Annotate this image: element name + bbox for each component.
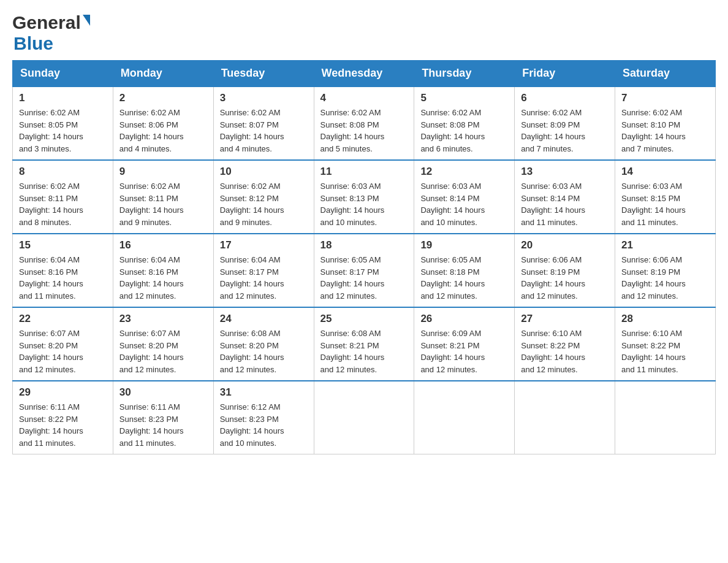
day-number: 22 — [19, 313, 107, 325]
day-number: 21 — [621, 239, 709, 251]
day-info: Sunrise: 6:05 AM Sunset: 8:17 PM Dayligh… — [320, 254, 408, 302]
header-friday: Friday — [515, 61, 615, 87]
day-info: Sunrise: 6:02 AM Sunset: 8:11 PM Dayligh… — [119, 180, 207, 228]
day-info: Sunrise: 6:03 AM Sunset: 8:14 PM Dayligh… — [521, 180, 609, 228]
day-info: Sunrise: 6:04 AM Sunset: 8:17 PM Dayligh… — [220, 254, 308, 302]
day-info: Sunrise: 6:06 AM Sunset: 8:19 PM Dayligh… — [521, 254, 609, 302]
day-info: Sunrise: 6:08 AM Sunset: 8:20 PM Dayligh… — [220, 327, 308, 375]
day-cell-6: 6 Sunrise: 6:02 AM Sunset: 8:09 PM Dayli… — [515, 86, 615, 160]
logo: General Blue — [12, 12, 90, 54]
page-header: General Blue — [12, 12, 716, 54]
day-cell-15: 15 Sunrise: 6:04 AM Sunset: 8:16 PM Dayl… — [13, 234, 113, 307]
day-info: Sunrise: 6:11 AM Sunset: 8:22 PM Dayligh… — [19, 401, 107, 449]
day-cell-26: 26 Sunrise: 6:09 AM Sunset: 8:21 PM Dayl… — [414, 307, 515, 381]
day-cell-16: 16 Sunrise: 6:04 AM Sunset: 8:16 PM Dayl… — [113, 234, 213, 307]
day-number: 3 — [220, 92, 308, 104]
day-cell-4: 4 Sunrise: 6:02 AM Sunset: 8:08 PM Dayli… — [314, 86, 414, 160]
day-number: 12 — [420, 166, 508, 178]
day-number: 7 — [621, 92, 709, 104]
day-number: 11 — [320, 166, 408, 178]
day-cell-7: 7 Sunrise: 6:02 AM Sunset: 8:10 PM Dayli… — [615, 86, 716, 160]
day-info: Sunrise: 6:02 AM Sunset: 8:05 PM Dayligh… — [19, 107, 107, 155]
day-info: Sunrise: 6:02 AM Sunset: 8:06 PM Dayligh… — [119, 107, 207, 155]
day-cell-31: 31 Sunrise: 6:12 AM Sunset: 8:23 PM Dayl… — [213, 381, 314, 454]
day-info: Sunrise: 6:03 AM Sunset: 8:13 PM Dayligh… — [320, 180, 408, 228]
day-cell-23: 23 Sunrise: 6:07 AM Sunset: 8:20 PM Dayl… — [113, 307, 213, 381]
day-number: 23 — [119, 313, 207, 325]
day-info: Sunrise: 6:05 AM Sunset: 8:18 PM Dayligh… — [420, 254, 508, 302]
day-cell-30: 30 Sunrise: 6:11 AM Sunset: 8:23 PM Dayl… — [113, 381, 213, 454]
day-info: Sunrise: 6:02 AM Sunset: 8:08 PM Dayligh… — [420, 107, 508, 155]
day-number: 4 — [320, 92, 408, 104]
day-number: 24 — [220, 313, 308, 325]
day-cell-20: 20 Sunrise: 6:06 AM Sunset: 8:19 PM Dayl… — [515, 234, 615, 307]
day-cell-10: 10 Sunrise: 6:02 AM Sunset: 8:12 PM Dayl… — [213, 160, 314, 234]
day-cell-24: 24 Sunrise: 6:08 AM Sunset: 8:20 PM Dayl… — [213, 307, 314, 381]
day-number: 31 — [220, 386, 308, 399]
empty-cell-4-6 — [615, 381, 716, 454]
day-info: Sunrise: 6:06 AM Sunset: 8:19 PM Dayligh… — [621, 254, 709, 302]
day-cell-29: 29 Sunrise: 6:11 AM Sunset: 8:22 PM Dayl… — [13, 381, 113, 454]
day-number: 17 — [220, 239, 308, 251]
empty-cell-4-5 — [515, 381, 615, 454]
day-number: 19 — [420, 239, 508, 251]
day-number: 15 — [19, 239, 107, 251]
logo-triangle-icon — [83, 15, 90, 26]
day-number: 14 — [621, 166, 709, 178]
weekday-header-row: SundayMondayTuesdayWednesdayThursdayFrid… — [13, 61, 716, 87]
day-number: 16 — [119, 239, 207, 251]
calendar-table: SundayMondayTuesdayWednesdayThursdayFrid… — [12, 60, 716, 454]
logo-general-text: General — [12, 12, 81, 33]
day-info: Sunrise: 6:02 AM Sunset: 8:08 PM Dayligh… — [320, 107, 408, 155]
day-info: Sunrise: 6:02 AM Sunset: 8:10 PM Dayligh… — [621, 107, 709, 155]
week-row-5: 29 Sunrise: 6:11 AM Sunset: 8:22 PM Dayl… — [13, 381, 716, 454]
header-wednesday: Wednesday — [314, 61, 414, 87]
day-number: 28 — [621, 313, 709, 325]
day-cell-9: 9 Sunrise: 6:02 AM Sunset: 8:11 PM Dayli… — [113, 160, 213, 234]
logo-blue-text: Blue — [13, 33, 53, 54]
day-number: 25 — [320, 313, 408, 325]
day-info: Sunrise: 6:03 AM Sunset: 8:14 PM Dayligh… — [420, 180, 508, 228]
week-row-1: 1 Sunrise: 6:02 AM Sunset: 8:05 PM Dayli… — [13, 86, 716, 160]
day-info: Sunrise: 6:07 AM Sunset: 8:20 PM Dayligh… — [19, 327, 107, 375]
day-info: Sunrise: 6:08 AM Sunset: 8:21 PM Dayligh… — [320, 327, 408, 375]
day-number: 20 — [521, 239, 609, 251]
day-info: Sunrise: 6:07 AM Sunset: 8:20 PM Dayligh… — [119, 327, 207, 375]
day-number: 8 — [19, 166, 107, 178]
day-cell-22: 22 Sunrise: 6:07 AM Sunset: 8:20 PM Dayl… — [13, 307, 113, 381]
day-number: 5 — [420, 92, 508, 104]
day-cell-19: 19 Sunrise: 6:05 AM Sunset: 8:18 PM Dayl… — [414, 234, 515, 307]
day-cell-14: 14 Sunrise: 6:03 AM Sunset: 8:15 PM Dayl… — [615, 160, 716, 234]
empty-cell-4-4 — [414, 381, 515, 454]
day-cell-12: 12 Sunrise: 6:03 AM Sunset: 8:14 PM Dayl… — [414, 160, 515, 234]
day-info: Sunrise: 6:10 AM Sunset: 8:22 PM Dayligh… — [621, 327, 709, 375]
week-row-4: 22 Sunrise: 6:07 AM Sunset: 8:20 PM Dayl… — [13, 307, 716, 381]
day-info: Sunrise: 6:09 AM Sunset: 8:21 PM Dayligh… — [420, 327, 508, 375]
day-info: Sunrise: 6:12 AM Sunset: 8:23 PM Dayligh… — [220, 401, 308, 449]
day-info: Sunrise: 6:02 AM Sunset: 8:11 PM Dayligh… — [19, 180, 107, 228]
day-info: Sunrise: 6:11 AM Sunset: 8:23 PM Dayligh… — [119, 401, 207, 449]
day-info: Sunrise: 6:02 AM Sunset: 8:12 PM Dayligh… — [220, 180, 308, 228]
day-cell-17: 17 Sunrise: 6:04 AM Sunset: 8:17 PM Dayl… — [213, 234, 314, 307]
day-cell-25: 25 Sunrise: 6:08 AM Sunset: 8:21 PM Dayl… — [314, 307, 414, 381]
week-row-2: 8 Sunrise: 6:02 AM Sunset: 8:11 PM Dayli… — [13, 160, 716, 234]
day-number: 18 — [320, 239, 408, 251]
day-info: Sunrise: 6:03 AM Sunset: 8:15 PM Dayligh… — [621, 180, 709, 228]
header-thursday: Thursday — [414, 61, 515, 87]
header-saturday: Saturday — [615, 61, 716, 87]
day-info: Sunrise: 6:10 AM Sunset: 8:22 PM Dayligh… — [521, 327, 609, 375]
day-cell-11: 11 Sunrise: 6:03 AM Sunset: 8:13 PM Dayl… — [314, 160, 414, 234]
day-cell-3: 3 Sunrise: 6:02 AM Sunset: 8:07 PM Dayli… — [213, 86, 314, 160]
header-tuesday: Tuesday — [213, 61, 314, 87]
day-info: Sunrise: 6:02 AM Sunset: 8:07 PM Dayligh… — [220, 107, 308, 155]
day-number: 26 — [420, 313, 508, 325]
day-cell-28: 28 Sunrise: 6:10 AM Sunset: 8:22 PM Dayl… — [615, 307, 716, 381]
day-cell-18: 18 Sunrise: 6:05 AM Sunset: 8:17 PM Dayl… — [314, 234, 414, 307]
day-number: 29 — [19, 386, 107, 399]
day-cell-13: 13 Sunrise: 6:03 AM Sunset: 8:14 PM Dayl… — [515, 160, 615, 234]
week-row-3: 15 Sunrise: 6:04 AM Sunset: 8:16 PM Dayl… — [13, 234, 716, 307]
day-cell-1: 1 Sunrise: 6:02 AM Sunset: 8:05 PM Dayli… — [13, 86, 113, 160]
day-number: 2 — [119, 92, 207, 104]
day-number: 6 — [521, 92, 609, 104]
day-info: Sunrise: 6:04 AM Sunset: 8:16 PM Dayligh… — [19, 254, 107, 302]
